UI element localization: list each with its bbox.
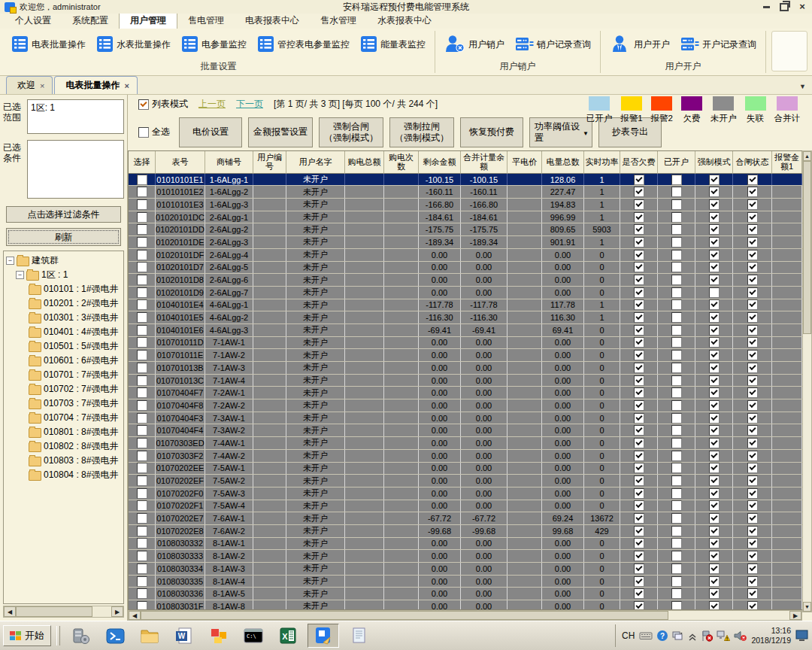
tab-list-dropdown-icon[interactable]: ▼ — [799, 83, 806, 90]
col-header-select[interactable]: 选择 — [129, 151, 156, 174]
owe-checkbox[interactable] — [634, 287, 644, 298]
row-select-checkbox[interactable] — [137, 463, 147, 473]
row-select-checkbox[interactable] — [137, 237, 147, 248]
forced-mode-checkbox[interactable] — [709, 601, 720, 609]
help-icon[interactable]: ? — [656, 630, 668, 642]
forced-mode-checkbox[interactable] — [709, 538, 720, 548]
start-button[interactable]: 开始 — [3, 625, 51, 646]
table-row[interactable]: 01020101D72-6ALgg-5未开户0.000.000.000 — [129, 262, 802, 275]
row-select-checkbox[interactable] — [137, 250, 147, 260]
eparam-monitor-button[interactable]: 电参量监控 — [176, 33, 252, 57]
switch-state-checkbox[interactable] — [747, 500, 758, 511]
table-row[interactable]: 01070202E77-6AW-1未开户-67.72-67.7269.24136… — [129, 512, 802, 525]
opened-checkbox[interactable] — [671, 387, 682, 398]
window-menu-icon[interactable] — [672, 630, 684, 641]
opened-checkbox[interactable] — [671, 551, 682, 561]
table-row[interactable]: 01040101E54-6ALgg-2未开户-116.30-116.30116.… — [129, 311, 802, 324]
table-row[interactable]: 01070202F07-5AW-3未开户0.000.000.000 — [129, 487, 802, 500]
table-row[interactable]: 01070404F87-2AW-2未开户0.000.000.000 — [129, 399, 802, 412]
owe-checkbox[interactable] — [634, 275, 644, 285]
tab-welcome[interactable]: 欢迎× — [6, 76, 53, 94]
owe-checkbox[interactable] — [634, 563, 644, 574]
owe-checkbox[interactable] — [634, 312, 644, 323]
col-header-energy-total[interactable]: 电量总数 — [542, 151, 584, 174]
table-row[interactable]: 01070404F47-3AW-2未开户0.000.000.000 — [129, 424, 802, 437]
table-row[interactable]: 01040101E64-6ALgg-3未开户-69.41-69.4169.410 — [129, 324, 802, 337]
table-row[interactable]: 01080303348-1AW-3未开户0.000.000.000 — [129, 563, 802, 576]
row-select-checkbox[interactable] — [137, 187, 147, 197]
forced-mode-checkbox[interactable] — [709, 387, 720, 398]
row-select-checkbox[interactable] — [137, 425, 147, 436]
switch-state-checkbox[interactable] — [747, 475, 758, 486]
tree-item[interactable]: 010802 : 8#强电井 — [6, 439, 123, 454]
row-select-checkbox[interactable] — [137, 175, 147, 185]
opened-checkbox[interactable] — [671, 287, 682, 298]
owe-checkbox[interactable] — [634, 237, 644, 248]
table-row[interactable]: 01080303368-1AW-5未开户0.000.000.000 — [129, 588, 802, 600]
forced-mode-checkbox[interactable] — [709, 312, 720, 323]
opened-checkbox[interactable] — [671, 526, 682, 536]
switch-state-checkbox[interactable] — [747, 538, 758, 548]
opened-checkbox[interactable] — [671, 275, 682, 285]
opened-checkbox[interactable] — [671, 312, 682, 323]
opened-checkbox[interactable] — [671, 500, 682, 511]
owe-checkbox[interactable] — [634, 601, 644, 609]
tree-item[interactable]: 010702 : 7#强电井 — [6, 382, 123, 396]
sidebar-horizontal-scrollbar[interactable]: ◀ ▶ — [3, 606, 124, 618]
opened-checkbox[interactable] — [671, 212, 682, 223]
forced-mode-checkbox[interactable] — [709, 287, 720, 298]
table-row[interactable]: 01010101E31-6ALgg-3未开户-166.80-166.80194.… — [129, 199, 802, 211]
opened-checkbox[interactable] — [671, 475, 682, 486]
table-horizontal-scrollbar[interactable]: ◀ ▶ — [128, 610, 802, 621]
menu-tab-electric-sale[interactable]: 售电管理 — [177, 12, 235, 29]
table-row[interactable]: 01080303338-1AW-2未开户0.000.000.000 — [129, 550, 802, 563]
switch-state-checkbox[interactable] — [747, 551, 758, 561]
forced-mode-checkbox[interactable] — [709, 363, 720, 373]
owe-checkbox[interactable] — [634, 526, 644, 536]
tree-item[interactable]: 010803 : 8#强电井 — [6, 454, 123, 468]
table-row[interactable]: 01020101DE2-6ALgg-3未开户-189.34-189.34901.… — [129, 236, 802, 249]
switch-state-checkbox[interactable] — [747, 413, 758, 424]
opened-checkbox[interactable] — [671, 299, 682, 310]
menu-tab-meter-report-center[interactable]: 电表报表中心 — [235, 12, 310, 29]
switch-state-checkbox[interactable] — [747, 199, 758, 210]
switch-state-checkbox[interactable] — [747, 224, 758, 235]
forced-mode-checkbox[interactable] — [709, 237, 720, 248]
menu-tab-personal-settings[interactable]: 个人设置 — [5, 12, 62, 29]
forced-mode-checkbox[interactable] — [709, 325, 720, 336]
owe-checkbox[interactable] — [634, 337, 644, 348]
flag-alert-icon[interactable] — [701, 630, 713, 642]
notepad-icon[interactable] — [344, 624, 374, 647]
opened-checkbox[interactable] — [671, 199, 682, 210]
tree-item[interactable]: 010804 : 8#强电井 — [6, 468, 123, 482]
tree-item[interactable]: 010201 : 2#强电井 — [6, 296, 123, 311]
opened-checkbox[interactable] — [671, 513, 682, 524]
owe-checkbox[interactable] — [634, 350, 644, 360]
volume-muted-icon[interactable] — [734, 630, 747, 642]
switch-state-checkbox[interactable] — [747, 425, 758, 436]
forced-mode-checkbox[interactable] — [709, 187, 720, 197]
row-select-checkbox[interactable] — [137, 538, 147, 548]
switch-state-checkbox[interactable] — [747, 488, 758, 499]
col-header-buy-count[interactable]: 购电次数 — [384, 151, 419, 174]
row-select-checkbox[interactable] — [137, 350, 147, 360]
network-warning-icon[interactable] — [717, 630, 730, 642]
col-header-shop[interactable]: 商铺号 — [205, 151, 253, 174]
table-row[interactable]: 01070202E87-6AW-2未开户-99.68-99.6899.68429 — [129, 525, 802, 538]
restore-button[interactable] — [779, 2, 789, 11]
tree-group[interactable]: −1区 : 1 — [6, 268, 123, 282]
owe-checkbox[interactable] — [634, 551, 644, 561]
table-row[interactable]: 01020101DC2-6ALgg-1未开户-184.61-184.61996.… — [129, 211, 802, 224]
row-select-checkbox[interactable] — [137, 275, 147, 285]
selected-range-box[interactable]: 1区: 1 — [27, 99, 124, 134]
forced-mode-checkbox[interactable] — [709, 451, 720, 461]
user-open-button[interactable]: 用户开户 — [604, 32, 675, 58]
switch-state-checkbox[interactable] — [747, 563, 758, 574]
opened-checkbox[interactable] — [671, 250, 682, 260]
row-select-checkbox[interactable] — [137, 387, 147, 398]
row-select-checkbox[interactable] — [137, 488, 147, 499]
forced-mode-checkbox[interactable] — [709, 588, 720, 599]
table-row[interactable]: 010701011D7-1AW-1未开户0.000.000.000 — [129, 337, 802, 350]
switch-state-checkbox[interactable] — [747, 451, 758, 461]
forced-mode-checkbox[interactable] — [709, 375, 720, 386]
